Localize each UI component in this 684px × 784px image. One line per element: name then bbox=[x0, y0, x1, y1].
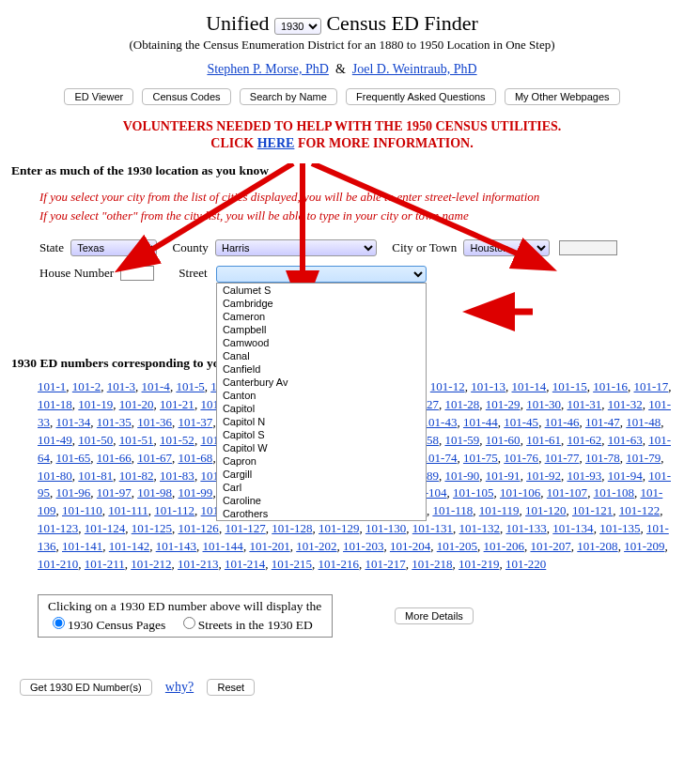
reset-button[interactable]: Reset bbox=[207, 679, 255, 696]
ed-link[interactable]: 101-132 bbox=[459, 521, 500, 535]
more-details-button[interactable]: More Details bbox=[395, 607, 474, 624]
ed-link[interactable]: 101-5 bbox=[176, 379, 204, 393]
ed-link[interactable]: 101-3 bbox=[107, 379, 135, 393]
ed-link[interactable]: 101-36 bbox=[137, 415, 172, 429]
ed-link[interactable]: 101-31 bbox=[567, 397, 601, 411]
ed-link[interactable]: 101-219 bbox=[459, 557, 499, 571]
ed-link[interactable]: 101-205 bbox=[437, 539, 477, 553]
ed-link[interactable]: 101-212 bbox=[131, 557, 171, 571]
ed-link[interactable]: 101-35 bbox=[97, 415, 132, 429]
ed-link[interactable]: 101-97 bbox=[97, 485, 132, 500]
street-option[interactable]: Canal bbox=[217, 349, 426, 362]
radio-streets[interactable]: Streets in the 1930 ED bbox=[179, 618, 313, 632]
ed-link[interactable]: 101-30 bbox=[526, 397, 561, 411]
street-option[interactable]: Carl bbox=[217, 481, 426, 494]
why-link[interactable]: why? bbox=[165, 680, 194, 694]
ed-link[interactable]: 101-213 bbox=[178, 557, 218, 571]
street-option[interactable]: Canfield bbox=[217, 362, 426, 376]
ed-link[interactable]: 101-207 bbox=[530, 539, 570, 553]
ed-link[interactable]: 101-63 bbox=[608, 433, 643, 447]
street-option[interactable]: Canton bbox=[217, 389, 426, 402]
ed-link[interactable]: 101-29 bbox=[486, 397, 521, 411]
ed-link[interactable]: 101-112 bbox=[154, 503, 194, 517]
ed-link[interactable]: 101-209 bbox=[624, 539, 664, 553]
nav-search-by-name[interactable]: Search by Name bbox=[240, 88, 337, 105]
street-option[interactable]: Capitol S bbox=[217, 428, 426, 441]
ed-link[interactable]: 101-20 bbox=[119, 397, 154, 411]
state-select[interactable]: Texas bbox=[70, 239, 157, 256]
street-option[interactable]: Cargill bbox=[217, 468, 426, 481]
ed-link[interactable]: 101-90 bbox=[444, 469, 479, 483]
street-option[interactable]: Carothers bbox=[217, 507, 426, 520]
ed-link[interactable]: 101-62 bbox=[567, 433, 601, 447]
ed-link[interactable]: 101-214 bbox=[225, 557, 265, 571]
street-option[interactable]: Capitol N bbox=[217, 415, 426, 428]
nav-other-webpages[interactable]: My Other Webpages bbox=[505, 88, 620, 105]
ed-link[interactable]: 101-50 bbox=[78, 433, 113, 447]
ed-link[interactable]: 101-122 bbox=[619, 503, 660, 517]
ed-link[interactable]: 101-80 bbox=[38, 469, 72, 483]
ed-link[interactable]: 101-46 bbox=[545, 415, 580, 429]
ed-link[interactable]: 101-110 bbox=[62, 503, 102, 517]
ed-link[interactable]: 101-129 bbox=[319, 521, 359, 535]
ed-link[interactable]: 101-81 bbox=[78, 469, 113, 483]
ed-link[interactable]: 101-67 bbox=[137, 451, 172, 465]
ed-link[interactable]: 101-210 bbox=[38, 557, 78, 571]
street-option[interactable]: Camwood bbox=[217, 336, 426, 349]
get-ed-numbers-button[interactable]: Get 1930 ED Number(s) bbox=[20, 679, 152, 696]
ed-link[interactable]: 101-133 bbox=[505, 521, 546, 535]
ed-link[interactable]: 101-119 bbox=[479, 503, 520, 517]
nav-ed-viewer[interactable]: ED Viewer bbox=[64, 88, 133, 105]
ed-link[interactable]: 101-215 bbox=[272, 557, 312, 571]
ed-link[interactable]: 101-4 bbox=[142, 379, 170, 393]
ed-link[interactable]: 101-144 bbox=[203, 539, 243, 553]
street-option[interactable]: Calumet S bbox=[217, 284, 426, 297]
ed-link[interactable]: 101-76 bbox=[504, 451, 538, 465]
ed-link[interactable]: 101-21 bbox=[160, 397, 194, 411]
ed-link[interactable]: 101-18 bbox=[38, 397, 72, 411]
radio-census-pages[interactable]: 1930 Census Pages bbox=[48, 618, 165, 632]
ed-link[interactable]: 101-216 bbox=[319, 557, 359, 571]
ed-link[interactable]: 101-32 bbox=[608, 397, 643, 411]
ed-link[interactable]: 101-16 bbox=[593, 379, 628, 393]
ed-link[interactable]: 101-118 bbox=[432, 503, 473, 517]
ed-link[interactable]: 101-66 bbox=[97, 451, 132, 465]
ed-link[interactable]: 101-51 bbox=[119, 433, 154, 447]
volunteer-link[interactable]: HERE bbox=[257, 136, 295, 150]
ed-link[interactable]: 101-68 bbox=[179, 451, 213, 465]
ed-link[interactable]: 101-142 bbox=[109, 539, 149, 553]
ed-link[interactable]: 101-99 bbox=[179, 485, 213, 500]
street-option[interactable]: Capron bbox=[217, 454, 426, 468]
ed-link[interactable]: 101-202 bbox=[296, 539, 336, 553]
street-select[interactable] bbox=[216, 266, 427, 283]
ed-link[interactable]: 101-34 bbox=[56, 415, 91, 429]
ed-link[interactable]: 101-2 bbox=[72, 379, 101, 393]
ed-link[interactable]: 101-220 bbox=[505, 557, 546, 571]
ed-link[interactable]: 101-91 bbox=[486, 469, 521, 483]
ed-link[interactable]: 101-218 bbox=[412, 557, 452, 571]
ed-link[interactable]: 101-37 bbox=[179, 415, 213, 429]
ed-link[interactable]: 101-19 bbox=[78, 397, 113, 411]
house-number-input[interactable] bbox=[120, 266, 154, 281]
ed-link[interactable]: 101-211 bbox=[85, 557, 125, 571]
ed-link[interactable]: 101-111 bbox=[108, 503, 148, 517]
ed-link[interactable]: 101-74 bbox=[423, 451, 458, 465]
ed-link[interactable]: 101-44 bbox=[463, 415, 498, 429]
ed-link[interactable]: 101-61 bbox=[526, 433, 561, 447]
ed-link[interactable]: 101-135 bbox=[599, 521, 640, 535]
ed-link[interactable]: 101-78 bbox=[585, 451, 620, 465]
ed-link[interactable]: 101-96 bbox=[56, 485, 91, 500]
ed-link[interactable]: 101-126 bbox=[179, 521, 219, 535]
ed-link[interactable]: 101-75 bbox=[463, 451, 498, 465]
ed-link[interactable]: 101-28 bbox=[444, 397, 479, 411]
street-option[interactable]: Capitol bbox=[217, 402, 426, 415]
author1-link[interactable]: Stephen P. Morse, PhD bbox=[207, 62, 329, 76]
street-option[interactable]: Caroline bbox=[217, 494, 426, 507]
ed-link[interactable]: 101-141 bbox=[62, 539, 102, 553]
ed-link[interactable]: 101-14 bbox=[511, 379, 546, 393]
nav-census-codes[interactable]: Census Codes bbox=[142, 88, 230, 105]
street-option[interactable]: Cambridge bbox=[217, 297, 426, 310]
ed-link[interactable]: 101-52 bbox=[160, 433, 194, 447]
ed-link[interactable]: 101-204 bbox=[390, 539, 430, 553]
ed-link[interactable]: 101-60 bbox=[486, 433, 521, 447]
